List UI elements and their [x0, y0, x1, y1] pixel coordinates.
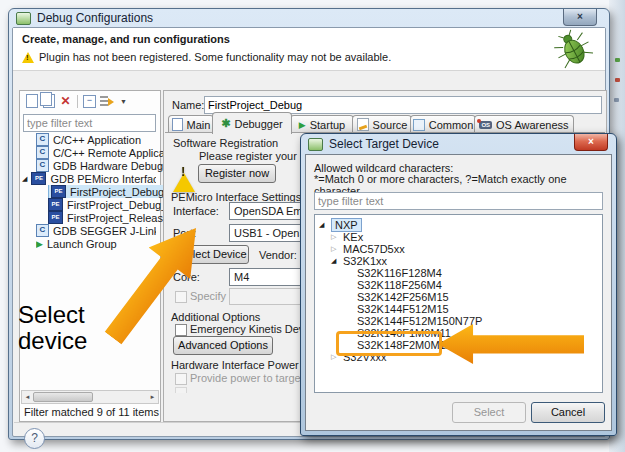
- expanded-arrow-icon[interactable]: ◢: [319, 221, 327, 229]
- register-now-button[interactable]: Register now: [198, 164, 276, 183]
- scroll-left-icon[interactable]: ◄: [22, 392, 33, 402]
- select-target-device-dialog: Select Target Device × Allowed wildcard …: [300, 133, 617, 436]
- device-node-s32k1xx[interactable]: ◢S32K1xx: [331, 255, 387, 267]
- name-label: Name:: [172, 99, 204, 111]
- dialog-titlebar[interactable]: Select Target Device: [301, 134, 616, 154]
- tree-item-firstproject-debug[interactable]: PEFirstProject_Debug: [48, 185, 167, 198]
- duplicate-icon[interactable]: [40, 93, 57, 109]
- bug-icon: [553, 29, 593, 69]
- scroll-right-icon[interactable]: ►: [147, 392, 158, 402]
- c-app-icon: C: [36, 146, 49, 159]
- device-filter-input[interactable]: [314, 192, 603, 210]
- c-app-icon: C: [36, 224, 49, 237]
- interface-label: Interface:: [173, 205, 219, 217]
- sidebar-toolbar: ✕ − ▼: [23, 93, 132, 109]
- delete-icon[interactable]: ✕: [57, 93, 74, 109]
- collapse-all-icon[interactable]: −: [81, 93, 98, 109]
- filter-status: Filter matched 9 of 11 items: [24, 406, 159, 418]
- tab-main[interactable]: Main: [168, 115, 214, 133]
- close-icon[interactable]: ×: [574, 134, 608, 151]
- main-tab-icon: [172, 118, 183, 131]
- vendor-label: Vendor:: [259, 249, 297, 261]
- device-leaf-s32k144[interactable]: S32K144F512M15: [357, 303, 449, 315]
- advanced-options-button[interactable]: Advanced Options: [173, 336, 273, 355]
- section-additional-options: Additional Options: [171, 311, 260, 323]
- close-icon[interactable]: ×: [563, 9, 597, 26]
- tab-os-awareness[interactable]: OSOS Awareness: [474, 115, 574, 133]
- warning-icon: [22, 52, 34, 63]
- launch-group-icon: ▶: [36, 239, 43, 249]
- provide-power-label: Provide power to target: [190, 372, 304, 384]
- tree-item-launch-group[interactable]: ▶Launch Group: [36, 237, 117, 250]
- background-mark: [615, 58, 620, 62]
- toolbar-separator: [77, 95, 78, 108]
- annotation-select-device-text: Select device: [18, 302, 87, 354]
- page-title: Create, manage, and run configurations: [22, 33, 230, 45]
- warning-text: Plugin has not been registered. Some fun…: [39, 51, 391, 63]
- startup-tab-icon: ▶: [299, 120, 306, 130]
- device-leaf-s32k118[interactable]: S32K118F256M4: [357, 279, 442, 291]
- device-leaf-s32k142[interactable]: S32K142F256M15: [357, 291, 449, 303]
- tree-item-cpp-remote[interactable]: CC/C++ Remote Application: [36, 146, 183, 159]
- specify-ip-checkbox[interactable]: [175, 291, 187, 303]
- pemicro-icon: PE: [31, 172, 46, 185]
- clipped-checkbox: [175, 387, 187, 393]
- background-mark: [614, 98, 619, 102]
- dialog-body: Allowed wildcard characters: *=Match 0 o…: [305, 154, 612, 431]
- dialog-icon: [308, 138, 323, 151]
- device-leaf-s32k144-n77p[interactable]: S32K144F512M150N77P: [357, 315, 482, 327]
- device-node-nxp[interactable]: ◢NXP: [319, 219, 362, 231]
- collapsed-arrow-icon[interactable]: ▷: [331, 233, 339, 241]
- tree-item-gdb-pemicro[interactable]: ◢PEGDB PEMicro Interface Debugging: [22, 172, 156, 185]
- menu-caret-icon[interactable]: ▼: [115, 93, 132, 109]
- device-tree: ◢NXP ▷KEx ▷MAC57D5xx ◢S32K1xx S32K116F12…: [314, 214, 603, 393]
- emergency-recovery-checkbox[interactable]: [175, 324, 187, 336]
- provide-power-checkbox[interactable]: [175, 373, 187, 385]
- device-node-kex[interactable]: ▷KEx: [331, 231, 363, 243]
- device-leaf-s32k116[interactable]: S32K116F128M4: [357, 267, 442, 279]
- tree-item-cpp-application[interactable]: CC/C++ Application: [36, 133, 141, 146]
- pemicro-icon: PE: [48, 198, 63, 211]
- collapsed-arrow-icon[interactable]: ▷: [331, 245, 339, 253]
- tree-item-firstproject-release[interactable]: PEFirstProject_Release: [48, 211, 169, 224]
- pemicro-icon: PE: [48, 211, 63, 224]
- c-app-icon: C: [36, 159, 49, 172]
- tab-source[interactable]: Source: [352, 115, 412, 133]
- os-awareness-tab-icon: OS: [479, 121, 492, 129]
- window-icon: [16, 12, 31, 25]
- sidebar-filter-input[interactable]: [23, 114, 156, 132]
- warning-icon: [173, 161, 195, 192]
- pemicro-icon: PE: [51, 185, 66, 198]
- dialog-header: Create, manage, and run configurations P…: [13, 28, 605, 71]
- expanded-arrow-icon[interactable]: ◢: [22, 175, 27, 183]
- expanded-arrow-icon[interactable]: ◢: [331, 257, 339, 265]
- window-titlebar[interactable]: Debug Configurations: [9, 9, 609, 27]
- tree-item-gdb-segger[interactable]: CGDB SEGGER J-Link Debugging: [36, 224, 156, 237]
- cancel-button[interactable]: Cancel: [531, 402, 605, 423]
- common-tab-icon: [413, 119, 425, 131]
- debugger-tab-icon: ✱: [221, 117, 230, 130]
- tree-item-gdb-hardware[interactable]: CGDB Hardware Debugging: [36, 159, 184, 172]
- c-app-icon: C: [36, 133, 49, 146]
- source-tab-icon: [357, 118, 369, 131]
- launch-config-sidebar: ✕ − ▼ CC/C++ Application CC/C++ Remote A…: [19, 90, 161, 422]
- scrollbar-thumb[interactable]: [33, 392, 93, 402]
- tab-startup[interactable]: ▶Startup: [290, 115, 354, 133]
- select-button[interactable]: Select: [452, 402, 526, 423]
- annotation-highlight-box-s32k148: [336, 331, 442, 356]
- window-title: Debug Configurations: [37, 11, 153, 25]
- tab-debugger[interactable]: ✱Debugger: [212, 112, 292, 134]
- background-mark: [615, 78, 620, 82]
- new-config-icon[interactable]: [23, 93, 40, 109]
- filter-icon[interactable]: [98, 93, 115, 109]
- dialog-title: Select Target Device: [329, 137, 439, 151]
- device-node-mac57d5xx[interactable]: ▷MAC57D5xx: [331, 243, 405, 255]
- tab-common[interactable]: Common: [410, 115, 476, 133]
- section-software-registration: Software Registration: [173, 137, 278, 149]
- help-button[interactable]: ?: [24, 428, 45, 449]
- horizontal-scrollbar[interactable]: ◄ ►: [21, 390, 159, 404]
